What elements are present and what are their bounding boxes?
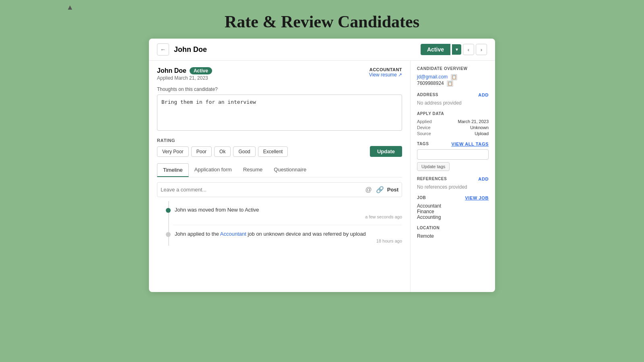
apply-data-val-source: Upload [475, 131, 489, 136]
tags-title: TAGS View all tags [417, 142, 489, 146]
location-value: Remote [417, 233, 489, 239]
apply-data-key-device: Device [417, 125, 431, 130]
apply-data-val-device: Unknown [470, 125, 489, 130]
apply-data-device: Device Unknown [417, 125, 489, 130]
header-actions: Active ▾ ‹ › [421, 44, 487, 55]
references-add-link[interactable]: Add [478, 177, 489, 181]
thoughts-section: Thoughts on this candidate? Bring them i… [157, 86, 402, 132]
timeline-time-2: 18 hours ago [175, 239, 402, 243]
candidate-name-block: John Doe Active Applied March 21, 2023 [157, 67, 212, 81]
timeline-text-2: John applied to the Accountant job on un… [175, 231, 402, 237]
job-category: Accounting [417, 214, 489, 220]
apply-data-applied: Applied March 21, 2023 [417, 119, 489, 124]
timeline-item-2: John applied to the Accountant job on un… [157, 225, 402, 246]
main-card: ← John Doe Active ▾ ‹ › John Doe Active … [149, 39, 495, 292]
phone-copy-icon[interactable]: 📋 [447, 80, 453, 87]
rating-section: RATING Very Poor Poor Ok Good Excellent … [157, 138, 402, 157]
side-panel: CANDIDATE OVERVIEW jd@gmail.com 📋 760998… [411, 61, 495, 292]
status-dropdown-button[interactable]: ▾ [452, 44, 461, 55]
timeline-content-1: John was moved from New to Active a few … [175, 207, 402, 219]
view-resume-link[interactable]: View resume ↗ [369, 72, 402, 78]
card-header: ← John Doe Active ▾ ‹ › [149, 39, 495, 61]
rating-ok[interactable]: Ok [214, 146, 231, 157]
candidate-overview-title: CANDIDATE OVERVIEW [417, 66, 489, 71]
location-title: LOCATION [417, 226, 489, 230]
rating-poor[interactable]: Poor [191, 146, 212, 157]
candidate-phone: 7609988924 [417, 80, 444, 86]
rating-label: RATING [157, 138, 402, 143]
timeline-time-1: a few seconds ago [175, 214, 402, 219]
apply-data-key-source: Source [417, 131, 431, 136]
candidate-name: John Doe [157, 67, 186, 74]
apply-data-title: APPLY DATA [417, 111, 489, 116]
timeline-text-before: John applied to the [175, 231, 220, 237]
view-all-tags-link[interactable]: View all tags [451, 142, 489, 146]
comment-input[interactable] [161, 187, 362, 193]
apply-data-val-applied: March 21, 2023 [458, 119, 489, 124]
timeline-content-2: John applied to the Accountant job on un… [175, 231, 402, 243]
candidate-info-row: John Doe Active Applied March 21, 2023 A… [157, 67, 402, 81]
rating-excellent[interactable]: Excellent [258, 146, 288, 157]
job-dept: Finance [417, 209, 489, 214]
view-job-link[interactable]: View Job [465, 195, 489, 200]
card-body: John Doe Active Applied March 21, 2023 A… [149, 61, 495, 292]
apply-data-key-applied: Applied [417, 119, 432, 124]
email-copy-icon[interactable]: 📋 [451, 74, 457, 80]
timeline-area: John was moved from New to Active a few … [157, 201, 402, 246]
timeline-dot-green [166, 208, 171, 213]
rating-row: Very Poor Poor Ok Good Excellent Update [157, 146, 402, 157]
page-title: Rate & Review Candidates [225, 12, 419, 31]
tags-input[interactable] [417, 149, 489, 160]
update-rating-button[interactable]: Update [370, 146, 402, 157]
at-mention-button[interactable]: @ [365, 185, 373, 194]
link-button[interactable]: 🔗 [375, 185, 385, 194]
timeline-text-after: job on unknown device and was referred b… [246, 231, 366, 237]
job-title-label: ACCOUNTANT [369, 67, 402, 72]
tab-application-form[interactable]: Application form [189, 163, 237, 177]
rating-very-poor[interactable]: Very Poor [157, 146, 189, 157]
job-info-right: ACCOUNTANT View resume ↗ [369, 67, 402, 78]
address-add-link[interactable]: Add [478, 93, 489, 97]
tabs-row: Timeline Application form Resume Questio… [157, 163, 402, 177]
references-value: No references provided [417, 184, 489, 190]
next-candidate-button[interactable]: › [476, 44, 487, 55]
post-comment-button[interactable]: Post [387, 187, 398, 193]
tab-timeline[interactable]: Timeline [157, 163, 189, 177]
header-candidate-name: John Doe [174, 45, 416, 54]
timeline-text-1: John was moved from New to Active [175, 207, 402, 213]
address-title: ADDRESS Add [417, 93, 489, 97]
candidate-phone-row: 7609988924 📋 [417, 80, 489, 87]
references-title: REFERENCES Add [417, 177, 489, 181]
comment-box: @ 🔗 Post [157, 182, 402, 197]
tab-resume[interactable]: Resume [237, 163, 268, 177]
applied-date: Applied March 21, 2023 [157, 75, 212, 81]
active-status-button[interactable]: Active [421, 44, 450, 55]
candidate-name-inline: John Doe Active [157, 67, 212, 74]
candidate-email-row: jd@gmail.com 📋 [417, 74, 489, 80]
rating-good[interactable]: Good [233, 146, 255, 157]
job-title-section: JOB View Job [417, 195, 489, 200]
tab-questionnaire[interactable]: Questionnaire [268, 163, 312, 177]
candidate-email[interactable]: jd@gmail.com [417, 74, 448, 80]
chevron-up-icon[interactable]: ▲ [66, 3, 74, 12]
update-tags-button[interactable]: Update tags [417, 162, 450, 171]
thoughts-label: Thoughts on this candidate? [157, 86, 402, 92]
back-button[interactable]: ← [157, 43, 169, 56]
apply-data-source: Source Upload [417, 131, 489, 136]
job-name: Accountant [417, 203, 489, 209]
timeline-dot-gray [166, 232, 171, 237]
prev-candidate-button[interactable]: ‹ [463, 44, 474, 55]
timeline-item: John was moved from New to Active a few … [157, 201, 402, 222]
timeline-accountant-link[interactable]: Accountant [220, 231, 246, 237]
active-badge: Active [190, 67, 212, 74]
address-value: No address provided [417, 100, 489, 106]
main-panel: John Doe Active Applied March 21, 2023 A… [149, 61, 411, 292]
thoughts-textarea[interactable]: Bring them in for an interview [157, 95, 402, 131]
